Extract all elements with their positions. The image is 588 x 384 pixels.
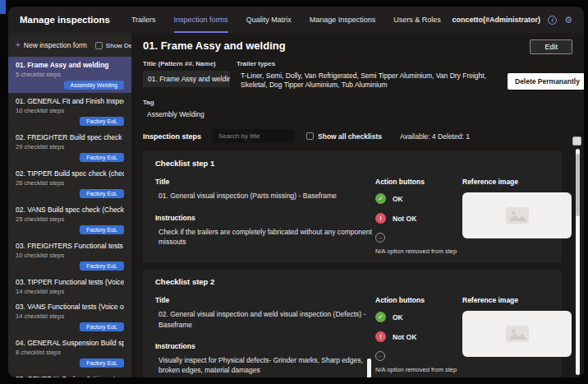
step-instructions-value: Visually inspect for Physical defects- G… [155,355,364,377]
tag-badge: Factory EoL [80,189,124,198]
checklist-scroll-area: Checklist step 1 Title 01. General visua… [143,151,572,377]
title-field-value: 01. Frame Assy and welding [143,71,230,87]
info-icon[interactable]: i [548,16,557,25]
reference-image-label: Reference image [462,296,572,304]
tab-quality-matrix[interactable]: Quality Matrix [246,7,292,33]
ok-check-circle-icon: ✓ [375,193,386,204]
form-title: 04. GENERAL Suspension Build spec check [16,339,124,347]
trailer-types-value: T-Liner, Semi, Dolly, Van Refrigerated, … [237,72,508,90]
scroll-top-button[interactable] [572,136,581,146]
tag-badge: Factory EoL [80,359,124,368]
reference-image-placeholder [462,311,572,357]
form-step-count: 10 checklist steps [16,107,124,114]
gear-icon[interactable]: ⚙ [564,16,572,25]
form-step-count: 8 checklist steps [16,349,124,356]
tag-label: Tag [143,99,572,106]
background-window-artifact [0,0,6,14]
tag-badge: Factory EoL [80,261,124,271]
title-field-label: Title (Pattern ##. Name) [143,60,235,67]
form-title: 02. FREIGHTER Build spec check (Check on… [16,133,124,141]
current-user-label: concetto(#Administrator) [452,16,541,24]
na-removed-caption: N/A option removed from step [375,366,462,373]
ok-label: OK [393,313,403,322]
form-step-count: 5 checklist steps [16,71,124,78]
form-title: 01. GENERAL Fit and Finish Inspection [16,97,124,105]
step-title-label: Title [155,178,375,186]
inspection-steps-bar: Inspection steps Show all checklists Ava… [143,129,572,143]
show-all-checklists-checkbox[interactable] [306,132,314,140]
tag-field: Tag Assembly Welding [143,99,572,119]
image-placeholder-icon [505,206,530,225]
inspection-steps-label: Inspection steps [143,132,201,141]
step-instructions-label: Instructions [155,342,375,350]
not-ok-label: Not OK [393,333,416,341]
not-ok-exclamation-circle-icon: ! [375,331,386,342]
delete-permanently-button[interactable]: Delete Permanantly [508,73,584,90]
tab-manage-inspections[interactable]: Manage Inspections [310,7,376,33]
show-all-checklists-label: Show all checklists [318,132,382,141]
sidebar-item[interactable]: 03. FREIGHTERS Functional tests (Voice o… [8,238,131,274]
sidebar-item[interactable]: 04. GENERAL Suspension Build spec check … [8,335,131,371]
step-instructions-label: Instructions [155,214,375,222]
step-title-value: 01. General visual inspection (Parts mis… [155,191,375,201]
na-minus-circle-icon: – [375,351,385,361]
sidebar-item[interactable]: 03. VANS Functional tests (Voice of Cust… [8,298,131,335]
form-step-count: 25 checklist steps [16,215,124,223]
plus-icon: + [16,41,21,49]
form-title: 03. FREIGHTERS Functional tests (Voice o… [16,242,124,250]
tab-trailers[interactable]: Trailers [131,7,156,33]
edit-button[interactable]: Edit [530,39,572,54]
sidebar-item[interactable]: 01. GENERAL Fit and Finish Inspection 10… [8,93,131,129]
reference-image-label: Reference image [462,178,572,186]
na-minus-circle-icon: – [375,233,385,243]
app-window: Manage inspections Trailers Inspection f… [8,7,584,377]
form-step-count: 10 checklist steps [16,252,124,259]
ok-label: OK [393,195,403,203]
tag-badge: Assembly Welding [64,81,124,90]
step-header: Checklist step 1 [155,159,552,168]
new-inspection-form-button[interactable]: New inspection form [24,41,87,49]
show-deleted-checkbox[interactable] [95,42,103,49]
form-title: 03. VANS Functional tests (Voice of Cust… [16,303,124,311]
form-title: 02. TIPPER Build spec check (check only … [16,169,124,178]
step-instructions-value: Check if the trailers are completely fab… [155,227,375,248]
sidebar: + New inspection form Show Deleted 01. F… [8,33,131,377]
sidebar-item[interactable]: 02. VANS Build spec check (Check only if… [8,201,131,238]
image-placeholder-icon [505,324,530,344]
step-title-label: Title [155,296,375,304]
ok-check-circle-icon: ✓ [375,312,386,322]
checklist-step-card: Checklist step 2 Title 02. General visua… [143,270,562,377]
tag-badge: Factory EoL [80,153,124,162]
inspection-form-list: 01. Frame Assy and welding 5 checklist s… [8,57,131,377]
search-input[interactable] [213,129,295,143]
main-header: 01. Frame Assy and welding Edit [143,39,572,54]
available-deleted-counts: Available: 4 Deleted: 1 [400,132,470,141]
form-title: 02. VANS Build spec check (Check only if… [16,206,124,214]
sidebar-item[interactable]: 05. GENERAL Brakes & Air system Build sp… [8,371,131,377]
body: + New inspection form Show Deleted 01. F… [8,33,584,377]
page-title: 01. Frame Assy and welding [143,39,286,52]
checklist-scrollbar-thumb[interactable] [576,154,580,216]
tab-users-roles[interactable]: Users & Roles [393,7,441,33]
na-removed-caption: N/A option removed from step [375,248,462,255]
action-buttons-label: Action buttons [375,296,462,304]
sidebar-item[interactable]: 01. Frame Assy and welding 5 checklist s… [8,57,131,93]
reference-image-placeholder [462,192,572,238]
sidebar-item[interactable]: 02. TIPPER Build spec check (check only … [8,165,131,201]
screen: Manage inspections Trailers Inspection f… [0,0,588,384]
main-panel: 01. Frame Assy and welding Edit Title (P… [131,33,584,377]
not-ok-label: Not OK [393,215,416,223]
nav-tabs: Trailers Inspection forms Quality Matrix… [131,7,441,33]
instructions-scrollbar[interactable] [367,359,371,377]
step-header: Checklist step 2 [155,277,552,286]
checklist-step-card: Checklist step 1 Title 01. General visua… [143,151,562,263]
nav-right: concetto(#Administrator) i ⚙ [452,7,572,33]
tab-inspection-forms[interactable]: Inspection forms [174,7,228,33]
tag-value: Assembly Welding [143,110,572,119]
sidebar-item[interactable]: 03. TIPPER Functional tests (Voice of Cu… [8,274,131,298]
sidebar-item[interactable]: 02. FREIGHTER Build spec check (Check on… [8,129,131,165]
form-title: 03. TIPPER Functional tests (Voice of Cu… [16,278,124,286]
form-step-count: 26 checklist steps [16,179,124,187]
tag-badge: Factory EoL [80,225,124,234]
form-step-count: 14 checklist steps [16,312,124,320]
